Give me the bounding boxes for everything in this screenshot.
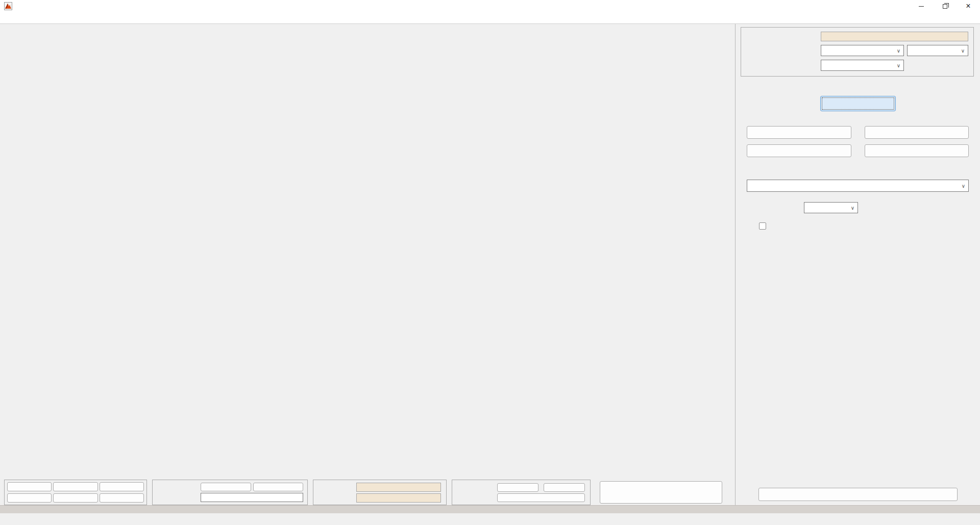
center-x-button[interactable] <box>201 483 251 491</box>
zoom-y-plus-button[interactable] <box>53 482 97 491</box>
history-group <box>452 480 591 505</box>
wavelet-family-dropdown[interactable]: ∨ <box>821 45 904 56</box>
chevron-down-icon: ∨ <box>897 48 900 54</box>
at-levels-dropdown[interactable]: ∨ <box>804 202 858 213</box>
zoom-xy-minus-button[interactable] <box>100 493 144 503</box>
histograms-button[interactable] <box>747 144 851 157</box>
center-y-button[interactable] <box>253 483 304 491</box>
window-bottom-strip <box>0 505 980 513</box>
data-size-field <box>821 32 968 41</box>
menu-bar <box>0 12 980 24</box>
control-panel: ∨ ∨ ∨ ∨ <box>735 24 980 505</box>
level-dropdown[interactable]: ∨ <box>821 60 904 71</box>
minimize-icon <box>919 6 924 7</box>
title-bar: × <box>0 0 980 12</box>
bottom-toolbar <box>0 479 735 505</box>
info-y-field <box>356 493 441 503</box>
view-axes-button[interactable] <box>600 481 722 504</box>
center-input[interactable] <box>201 493 303 502</box>
restore-icon <box>943 4 947 9</box>
history-rewind-all-button[interactable] <box>497 493 585 502</box>
history-forward-button[interactable] <box>544 483 585 492</box>
close-button[interactable] <box>758 488 958 501</box>
zoom-button-group <box>4 480 147 505</box>
wavelet-number-dropdown[interactable]: ∨ <box>907 45 968 56</box>
compress-button[interactable] <box>865 126 969 139</box>
show-synthesized-checkbox[interactable] <box>759 222 766 230</box>
minimize-button[interactable] <box>910 0 933 12</box>
plot-panel <box>0 24 735 479</box>
zoom-x-minus-button[interactable] <box>7 493 52 503</box>
app-icon <box>4 2 12 10</box>
decomposition-title <box>70 42 735 49</box>
zoom-y-minus-button[interactable] <box>53 493 97 503</box>
info-x-field <box>356 483 441 492</box>
chevron-down-icon: ∨ <box>851 205 854 211</box>
chevron-down-icon: ∨ <box>961 48 965 54</box>
center-on-group <box>152 480 308 505</box>
info-group <box>313 480 447 505</box>
restore-button[interactable] <box>933 0 957 12</box>
chevron-down-icon: ∨ <box>962 183 965 189</box>
parameter-frame: ∨ ∨ ∨ <box>741 27 974 77</box>
zoom-xy-plus-button[interactable] <box>100 482 144 491</box>
x-axis-labels <box>0 51 735 62</box>
chevron-down-icon: ∨ <box>897 63 900 68</box>
zoom-x-plus-button[interactable] <box>7 482 52 491</box>
display-mode-dropdown[interactable]: ∨ <box>747 180 969 192</box>
denoise-button[interactable] <box>865 144 969 157</box>
history-back-button[interactable] <box>497 483 538 492</box>
close-window-button[interactable]: × <box>957 0 980 12</box>
analyze-button[interactable] <box>820 96 896 111</box>
statistics-button[interactable] <box>747 126 851 139</box>
